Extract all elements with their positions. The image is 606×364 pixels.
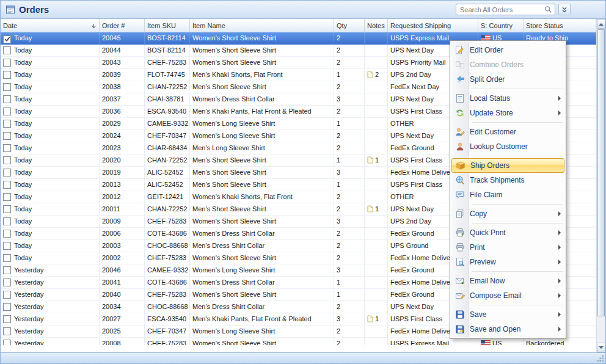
column-header-order[interactable]: Order # [100,19,145,32]
row-checkbox[interactable] [3,35,11,43]
save-icon [454,310,465,319]
row-checkbox[interactable] [3,46,11,54]
row-checkbox[interactable] [3,59,11,67]
menu-item-save[interactable]: Save [451,307,564,322]
row-checkbox[interactable] [3,71,11,79]
menu-item-save-and-open[interactable]: Save and Open [451,322,564,337]
menu-item-lookup-customer[interactable]: Lookup Customer [451,139,564,154]
search-icon[interactable] [544,5,552,13]
menu-item-label: Edit Customer [470,128,561,136]
cell-name: Men's Short Sleeve Shirt [190,155,334,166]
row-checkbox[interactable] [3,107,11,115]
column-header-sku[interactable]: Item SKU [145,19,190,32]
note-icon [367,71,373,78]
scrollbar-thumb[interactable] [597,29,605,316]
row-checkbox[interactable] [3,315,11,323]
menu-item-compose-email[interactable]: Compose Email [451,288,564,303]
menu-item-edit-customer[interactable]: Edit Customer [451,125,564,139]
cell-qty: 1 [334,155,365,166]
menu-item-track-shipments[interactable]: Track Shipments [451,173,564,187]
cell-order: 20045 [100,32,145,44]
grid-footer [1,345,596,352]
cell-notes [365,191,388,203]
cell-order: 20046 [100,264,145,276]
cell-name: Women's Dress Shirt Collar [190,228,334,239]
submenu-arrow-icon [558,96,561,101]
cell-name: Men's Long Sleeve Shirt [190,142,334,154]
row-checkbox[interactable] [3,181,11,189]
row-checkbox[interactable] [3,278,11,286]
status-bar [1,352,605,363]
cell-notes [365,118,388,129]
row-checkbox[interactable] [3,132,11,140]
cell-sku: CHEF-70347 [145,130,190,142]
column-header-country[interactable]: S: Country [478,19,524,32]
search-input[interactable] [459,5,544,14]
column-header-notes[interactable]: Notes [365,19,388,32]
column-header-name[interactable]: Item Name [190,19,334,32]
cell-date: Today [1,106,100,117]
cell-sku: CHEF-70347 [145,326,190,337]
submenu-arrow-icon [558,230,561,235]
cell-sku: CHOC-88668 [145,301,190,313]
row-checkbox[interactable] [3,242,11,250]
column-header-qty[interactable]: Qty [334,19,365,32]
menu-item-label: Save and Open [470,325,554,333]
row-checkbox[interactable] [3,193,11,201]
context-menu: Edit OrderCombine OrdersSplit OrderLocal… [450,40,566,339]
menu-item-preview[interactable]: Preview [451,255,564,269]
menu-item-combine-orders[interactable]: Combine Orders [451,57,564,72]
row-checkbox[interactable] [3,95,11,103]
column-header-label: Store Status [526,22,563,29]
scroll-up-button[interactable] [597,19,605,29]
combine-orders-icon [454,60,465,70]
row-checkbox[interactable] [3,83,11,91]
cell-notes [365,228,388,239]
scroll-down-button[interactable] [597,343,605,352]
menu-item-copy[interactable]: Copy [451,206,564,221]
row-checkbox[interactable] [3,327,11,335]
column-header-label: Item Name [192,22,225,29]
row-checkbox[interactable] [3,217,11,225]
row-checkbox[interactable] [3,266,11,274]
cell-date: Today [1,32,100,44]
row-checkbox[interactable] [3,205,11,213]
cell-qty: 2 [334,142,365,154]
cell-qty: 2 [334,32,365,44]
menu-item-local-status[interactable]: Local Status [451,91,564,106]
column-header-date[interactable]: Date [1,19,100,32]
menu-separator [472,204,563,205]
menu-item-edit-order[interactable]: Edit Order [451,43,564,57]
menu-item-file-claim[interactable]: File Claim [451,187,564,202]
vertical-scrollbar[interactable] [596,19,605,352]
menu-item-label: Combine Orders [470,60,561,69]
menu-item-split-order[interactable]: Split Order [451,72,564,87]
menu-item-print[interactable]: Print [451,240,564,255]
row-checkbox[interactable] [3,156,11,164]
menu-item-ship-orders[interactable]: Ship Orders [451,158,564,173]
row-checkbox[interactable] [3,340,11,345]
cell-qty: 2 [334,301,365,313]
row-checkbox[interactable] [3,144,11,152]
menu-item-label: File Claim [470,191,561,199]
cell-date: Today [1,191,100,203]
row-checkbox[interactable] [3,169,11,177]
menu-item-email-now[interactable]: Email Now [451,274,564,288]
row-checkbox[interactable] [3,291,11,299]
column-header-shipping[interactable]: Requested Shipping [388,19,478,32]
column-header-status[interactable]: Store Status [524,19,596,32]
row-checkbox[interactable] [3,230,11,238]
cell-date: Today [1,203,100,215]
cell-qty: 2 [334,338,365,345]
save-and-open-icon [454,324,465,334]
menu-item-quick-print[interactable]: Quick Print [451,225,564,240]
row-checkbox[interactable] [3,303,11,311]
column-header-label: Item SKU [147,22,176,29]
submenu-arrow-icon [558,278,561,283]
row-checkbox[interactable] [3,254,11,262]
resize-grip-icon[interactable] [597,355,604,362]
row-checkbox[interactable] [3,120,11,128]
menu-item-update-store[interactable]: Update Store [451,106,564,120]
collapse-panel-button[interactable] [558,4,571,15]
cell-date: Today [1,228,100,239]
